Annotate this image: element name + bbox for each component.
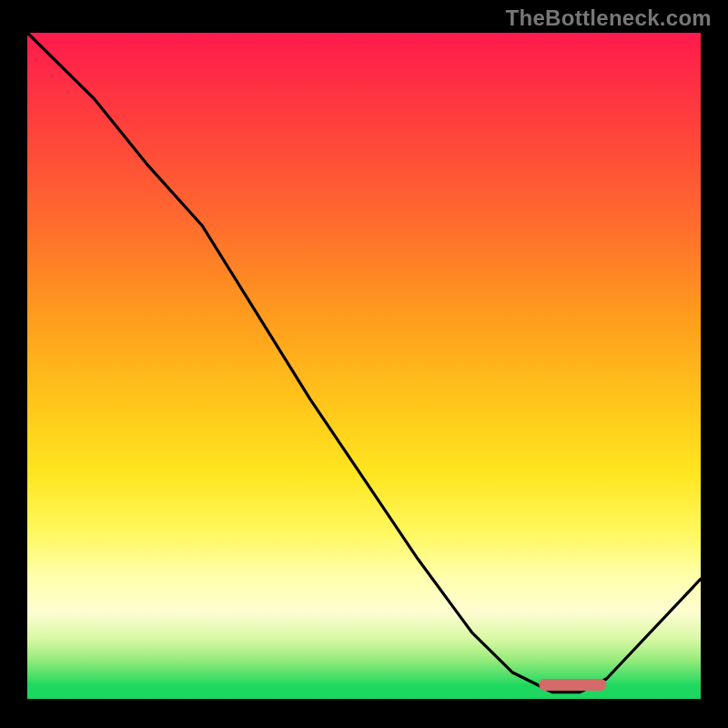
watermark-text: TheBottleneck.com — [506, 5, 712, 31]
chart-overlay — [27, 33, 701, 699]
chart-container: TheBottleneck.com — [0, 0, 728, 728]
optimal-range-marker — [539, 679, 606, 691]
plot-area — [27, 33, 701, 699]
bottleneck-curve — [27, 33, 701, 693]
